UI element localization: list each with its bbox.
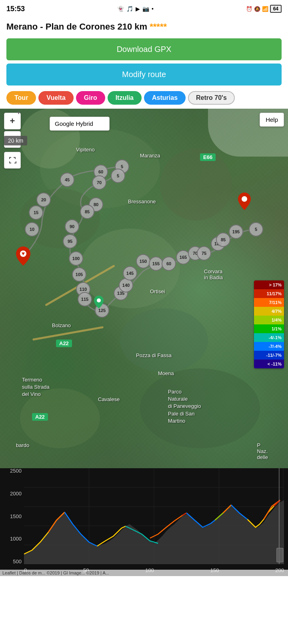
help-button[interactable]: Help bbox=[260, 113, 284, 127]
dot-icon: • bbox=[152, 6, 154, 12]
label-bressanone: Bressanone bbox=[128, 199, 156, 205]
km-marker-85: 85 bbox=[80, 205, 94, 219]
legend-1-1: 1/1% bbox=[254, 324, 284, 333]
legend-neg11minus: < -11% bbox=[254, 360, 284, 368]
km-marker-105: 105 bbox=[72, 267, 86, 282]
waypoint-pin bbox=[94, 296, 104, 310]
elevation-chart-svg bbox=[24, 468, 284, 564]
status-time: 15:53 bbox=[6, 5, 25, 13]
download-gpx-button[interactable]: Download GPX bbox=[6, 38, 282, 60]
status-icons: 👻 🎵 ▶ 📷 • bbox=[117, 6, 154, 12]
chart-y-label-2000: 2000 bbox=[0, 491, 22, 496]
km-marker-45: 45 bbox=[60, 173, 74, 187]
chart-y-label-2500: 2500 bbox=[0, 468, 22, 473]
tag-itzulia[interactable]: Itzulia bbox=[108, 91, 142, 105]
km-marker-115: 115 bbox=[78, 292, 92, 306]
page-title: Merano - Plan de Corones 210 km ***** bbox=[0, 18, 288, 34]
legend-7-11: 7/11% bbox=[254, 298, 284, 307]
label-cavalese: Cavalese bbox=[98, 396, 120, 402]
status-bar: 15:53 👻 🎵 ▶ 📷 • ⏰ 🔕 📶 64 bbox=[0, 0, 288, 18]
modify-route-button[interactable]: Modify route bbox=[6, 64, 282, 85]
km-marker-85b: 85 bbox=[216, 233, 230, 247]
end-pin bbox=[238, 193, 251, 214]
label-naz: PNaz.delle bbox=[257, 442, 268, 460]
gradient-legend: > 17% 11/17% 7/11% 4/7% 1/4% 1/1% -4/-1%… bbox=[254, 280, 284, 368]
chart-y-label-1000: 1000 bbox=[0, 536, 22, 541]
km-marker-5c: 5 bbox=[249, 222, 263, 237]
tag-vuelta[interactable]: Vuelta bbox=[38, 91, 73, 105]
km-marker-155: 155 bbox=[149, 256, 163, 271]
legend-neg11-neg7: -11/-7% bbox=[254, 351, 284, 360]
battery-icon: 64 bbox=[270, 5, 282, 13]
leaflet-attribution: Leaflet | Datos de m... ©2019 | GI Image… bbox=[0, 570, 288, 576]
km-marker-15: 15 bbox=[29, 205, 43, 220]
label-termeno: Termenosulla Stradadel Vino bbox=[22, 376, 50, 398]
distance-badge: 20 km bbox=[4, 136, 27, 145]
start-pin bbox=[16, 246, 30, 269]
tag-asturias[interactable]: Asturias bbox=[144, 91, 186, 105]
fullscreen-icon bbox=[8, 156, 16, 164]
km-marker-60b: 60 bbox=[162, 256, 176, 271]
terrain-patch-5 bbox=[120, 308, 208, 372]
zoom-in-button[interactable]: + bbox=[4, 113, 21, 129]
instagram-icon: 📷 bbox=[142, 6, 149, 12]
label-parco: ParcoNaturaledi PaneveggioPale di SanMar… bbox=[168, 388, 201, 425]
road-badge-a22-1: A22 bbox=[56, 340, 72, 347]
label-vipiteno: Vipiteno bbox=[76, 147, 95, 153]
km-marker-75: 75 bbox=[197, 246, 211, 260]
svg-rect-14 bbox=[277, 548, 283, 562]
chart-y-label-1500: 1500 bbox=[0, 514, 22, 519]
label-maranza: Maranza bbox=[140, 153, 160, 159]
legend-neg7-neg4: -7/-4% bbox=[254, 342, 284, 351]
youtube-icon: ▶ bbox=[136, 6, 140, 12]
terrain-patch-4 bbox=[160, 149, 232, 221]
legend-11-17: 11/17% bbox=[254, 289, 284, 298]
road-badge-e66: E66 bbox=[200, 153, 216, 161]
legend-17plus: > 17% bbox=[254, 280, 284, 289]
label-ortisei: Ortisei bbox=[150, 288, 165, 294]
tiktok-icon: 🎵 bbox=[126, 6, 133, 12]
label-bardo: bardo bbox=[16, 442, 29, 448]
svg-point-3 bbox=[97, 298, 101, 302]
km-marker-145: 145 bbox=[123, 266, 137, 280]
snapchat-icon: 👻 bbox=[117, 6, 124, 12]
km-marker-20: 20 bbox=[36, 193, 51, 207]
label-pozza: Pozza di Fassa bbox=[136, 352, 172, 358]
legend-neg4-neg1: -4/-1% bbox=[254, 333, 284, 342]
fullscreen-button[interactable] bbox=[4, 152, 21, 169]
label-corvara: Corvarain Badia bbox=[204, 268, 223, 280]
tag-row: Tour Vuelta Giro Itzulia Asturias Retro … bbox=[0, 89, 288, 109]
legend-4-7: 4/7% bbox=[254, 307, 284, 316]
km-marker-10: 10 bbox=[25, 222, 39, 237]
chart-y-label-500: 500 bbox=[0, 559, 22, 564]
km-marker-90: 90 bbox=[65, 219, 79, 234]
chart-container: 500 1000 1500 2000 2500 bbox=[0, 468, 288, 576]
silent-icon: 🔕 bbox=[254, 6, 260, 12]
label-moena: Moena bbox=[158, 370, 174, 376]
tag-tour[interactable]: Tour bbox=[6, 91, 36, 105]
km-marker-5b: 5 bbox=[111, 169, 125, 183]
road-badge-a22-2: A22 bbox=[32, 413, 48, 421]
chart-y-axis: 500 1000 1500 2000 2500 bbox=[0, 468, 24, 564]
stars: ***** bbox=[150, 22, 167, 32]
label-bolzano: Bolzano bbox=[52, 322, 71, 328]
tag-retro[interactable]: Retro 70's bbox=[188, 91, 235, 105]
km-marker-95: 95 bbox=[63, 234, 77, 248]
map-type-select[interactable]: Google Hybrid Google Satellite OpenStree… bbox=[50, 117, 110, 131]
km-marker-195: 195 bbox=[229, 225, 243, 239]
svg-point-2 bbox=[242, 196, 247, 202]
map-container[interactable]: Vipiteno Maranza Bressanone Bolzano Orti… bbox=[0, 109, 288, 468]
km-marker-70: 70 bbox=[92, 175, 106, 190]
km-marker-100: 100 bbox=[69, 251, 83, 266]
signal-icon: 📶 bbox=[262, 6, 268, 12]
km-marker-150: 150 bbox=[136, 254, 150, 268]
tag-giro[interactable]: Giro bbox=[76, 91, 105, 105]
legend-1-4: 1/4% bbox=[254, 316, 284, 324]
alarm-icon: ⏰ bbox=[246, 6, 252, 12]
status-right-icons: ⏰ 🔕 📶 64 bbox=[246, 5, 282, 13]
